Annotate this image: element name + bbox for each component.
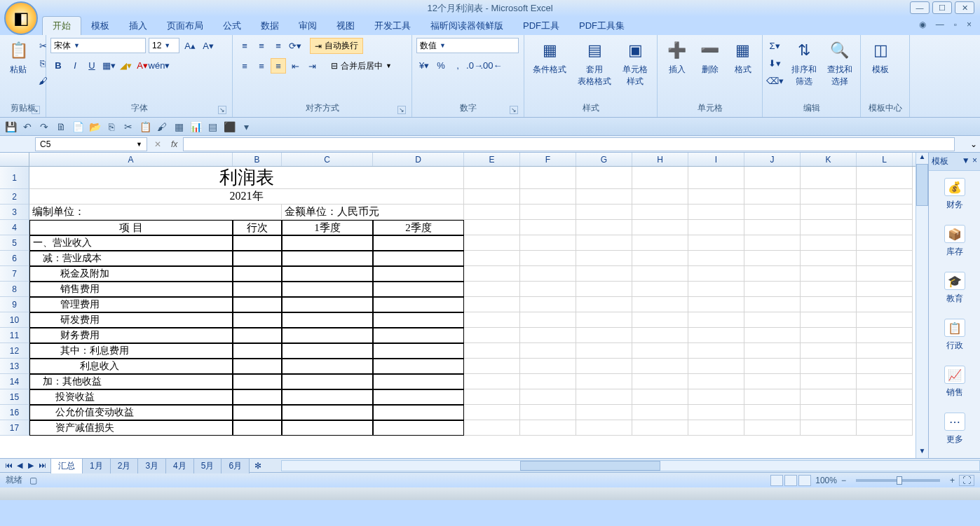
cell[interactable] [801, 312, 857, 328]
cell[interactable] [373, 405, 464, 420]
cell[interactable]: 公允价值变动收益 [29, 405, 233, 420]
sheet-tab[interactable]: 5月 [193, 458, 222, 473]
decrease-font-icon[interactable]: A▾ [200, 38, 216, 53]
save-icon[interactable]: 💾 [4, 120, 17, 133]
qat-icon-2[interactable]: ✂ [122, 120, 135, 133]
cell[interactable] [857, 167, 913, 189]
cell[interactable] [801, 220, 857, 235]
row-header[interactable]: 2 [0, 189, 29, 205]
cell[interactable] [632, 266, 688, 282]
cell[interactable] [233, 389, 282, 405]
vscroll-thumb[interactable] [916, 164, 928, 206]
minimize-ribbon-icon[interactable]: — [936, 20, 944, 29]
cell[interactable] [282, 312, 373, 328]
paste-button[interactable]: 📋 粘贴 [4, 38, 32, 77]
cell[interactable] [632, 235, 688, 251]
row-header[interactable]: 7 [0, 266, 29, 282]
sheet-tab[interactable]: 2月 [110, 458, 139, 473]
cell[interactable] [373, 282, 464, 297]
cell[interactable] [520, 235, 576, 251]
macro-record-icon[interactable]: ▢ [29, 476, 37, 485]
increase-indent-icon[interactable]: ⇥ [304, 58, 320, 74]
clear-icon[interactable]: ⌫▾ [767, 73, 782, 88]
side-item-财务[interactable]: 💰财务 [929, 171, 980, 218]
cell[interactable] [688, 359, 744, 374]
side-item-更多[interactable]: ⋯更多 [929, 406, 980, 452]
row-header[interactable]: 6 [0, 251, 29, 266]
insert-cells-button[interactable]: ➕插入 [662, 38, 692, 77]
cell[interactable] [373, 312, 464, 328]
col-header-B[interactable]: B [233, 153, 282, 166]
align-center-icon[interactable]: ≡ [254, 58, 269, 74]
row-header[interactable]: 5 [0, 235, 29, 251]
restore-window-icon[interactable]: ▫ [954, 20, 957, 29]
phonetic-button[interactable]: wén▾ [151, 57, 167, 73]
row-header[interactable]: 4 [0, 220, 29, 235]
cell[interactable] [576, 266, 632, 282]
cell[interactable] [744, 374, 801, 389]
close-workbook-icon[interactable]: × [967, 20, 972, 29]
cell[interactable]: 项 目 [29, 220, 233, 235]
row-header[interactable]: 11 [0, 328, 29, 343]
cell[interactable] [576, 220, 632, 235]
cell[interactable] [801, 359, 857, 374]
cell[interactable] [464, 266, 520, 282]
next-sheet-icon[interactable]: ▶ [25, 461, 36, 470]
cell[interactable] [576, 167, 632, 189]
normal-view-icon[interactable] [770, 475, 783, 486]
cell[interactable] [801, 235, 857, 251]
cell[interactable] [464, 189, 520, 205]
decrease-decimal-icon[interactable]: .00← [484, 57, 499, 73]
number-launcher-icon[interactable]: ↘ [510, 106, 518, 114]
cell[interactable] [373, 343, 464, 359]
cell[interactable] [464, 251, 520, 266]
cell-styles-button[interactable]: ▣单元格 样式 [618, 38, 652, 89]
cell[interactable] [688, 297, 744, 312]
col-header-A[interactable]: A [29, 153, 233, 166]
cell[interactable] [576, 189, 632, 205]
cell[interactable]: 编制单位： [29, 205, 282, 220]
cell[interactable] [282, 359, 373, 374]
cell[interactable] [282, 266, 373, 282]
tab-pdf-tools[interactable]: PDF工具 [513, 17, 569, 35]
cell[interactable]: 行次 [233, 220, 282, 235]
cell[interactable] [282, 389, 373, 405]
row-header[interactable]: 14 [0, 374, 29, 389]
cell[interactable] [520, 266, 576, 282]
qat-icon-1[interactable]: ⎘ [105, 120, 118, 133]
cell[interactable]: 金额单位：人民币元 [282, 205, 464, 220]
cell[interactable] [801, 374, 857, 389]
cell[interactable] [520, 167, 576, 189]
sort-filter-button[interactable]: ⇅排序和 筛选 [788, 38, 821, 89]
cell[interactable] [520, 282, 576, 297]
redo-icon[interactable]: ↷ [38, 120, 50, 133]
cell[interactable] [801, 297, 857, 312]
col-header-J[interactable]: J [744, 153, 801, 166]
cell[interactable] [744, 405, 801, 420]
cell[interactable]: 税金及附加 [29, 266, 233, 282]
cell[interactable] [801, 251, 857, 266]
number-format-combo[interactable]: 数值▼ [416, 38, 519, 53]
cell[interactable] [282, 251, 373, 266]
zoom-knob[interactable] [897, 476, 902, 485]
cell[interactable] [632, 220, 688, 235]
cell[interactable] [520, 374, 576, 389]
cell[interactable] [744, 220, 801, 235]
first-sheet-icon[interactable]: ⏮ [3, 461, 14, 470]
maximize-button[interactable]: ☐ [932, 1, 952, 14]
cell[interactable] [744, 251, 801, 266]
cell[interactable] [688, 189, 744, 205]
cell[interactable] [373, 420, 464, 436]
row-header[interactable]: 3 [0, 205, 29, 220]
cell[interactable] [857, 251, 913, 266]
sheet-tab[interactable]: 1月 [82, 458, 111, 473]
tab-template[interactable]: 模板 [81, 17, 119, 35]
sheet-tab[interactable]: 4月 [165, 458, 194, 473]
cell[interactable] [688, 251, 744, 266]
cell[interactable] [688, 389, 744, 405]
cell[interactable] [632, 189, 688, 205]
cell[interactable] [464, 312, 520, 328]
clipboard-launcher-icon[interactable]: ↘ [32, 106, 40, 114]
comma-icon[interactable]: , [450, 57, 465, 73]
cell[interactable] [801, 189, 857, 205]
